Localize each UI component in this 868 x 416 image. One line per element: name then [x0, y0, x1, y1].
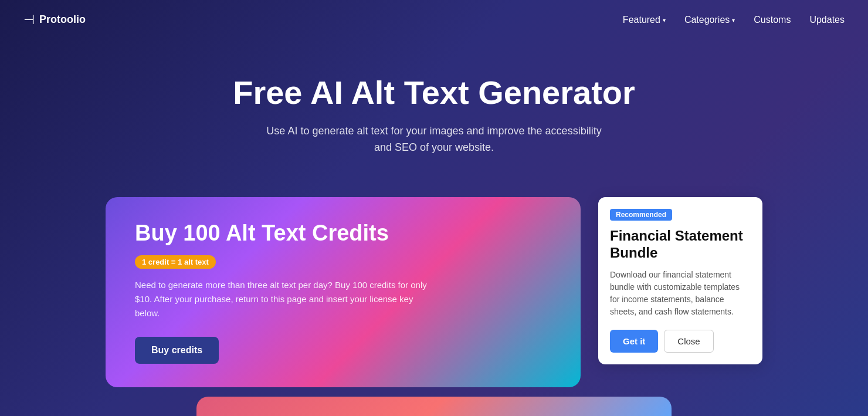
logo-icon: ⊣ [23, 12, 35, 28]
bottom-card-peek [196, 397, 672, 416]
credit-description: Need to generate more than three alt tex… [135, 278, 428, 320]
logo-text: Protoolio [39, 13, 86, 26]
widget-description: Download our financial statement bundle … [610, 269, 751, 318]
get-it-button[interactable]: Get it [610, 330, 658, 353]
nav-links: Featured ▾ Categories ▾ Customs Updates [623, 15, 845, 25]
close-button[interactable]: Close [664, 330, 713, 353]
featured-dropdown-arrow: ▾ [663, 17, 666, 23]
hero-title: Free AI Alt Text Generator [12, 75, 856, 111]
recommended-widget: Recommended Financial Statement Bundle D… [598, 197, 762, 364]
categories-dropdown-arrow: ▾ [732, 17, 735, 23]
hero-section: Free AI Alt Text Generator Use AI to gen… [0, 39, 868, 180]
recommended-badge: Recommended [610, 209, 672, 221]
hero-subtitle: Use AI to generate alt text for your ima… [258, 123, 610, 157]
widget-title: Financial Statement Bundle [610, 228, 751, 262]
nav-featured[interactable]: Featured ▾ [623, 15, 666, 25]
nav-updates[interactable]: Updates [809, 15, 845, 25]
credit-badge: 1 credit = 1 alt text [135, 255, 216, 269]
bottom-area [0, 387, 868, 416]
nav-customs[interactable]: Customs [754, 15, 791, 25]
credit-card: Buy 100 Alt Text Credits 1 credit = 1 al… [106, 197, 581, 387]
nav-categories[interactable]: Categories ▾ [684, 15, 735, 25]
widget-buttons: Get it Close [610, 330, 751, 353]
content-area: Buy 100 Alt Text Credits 1 credit = 1 al… [0, 180, 868, 387]
navbar: ⊣ Protoolio Featured ▾ Categories ▾ Cust… [0, 0, 868, 39]
credit-card-title: Buy 100 Alt Text Credits [135, 221, 551, 246]
buy-credits-button[interactable]: Buy credits [135, 337, 219, 364]
logo[interactable]: ⊣ Protoolio [23, 12, 86, 28]
